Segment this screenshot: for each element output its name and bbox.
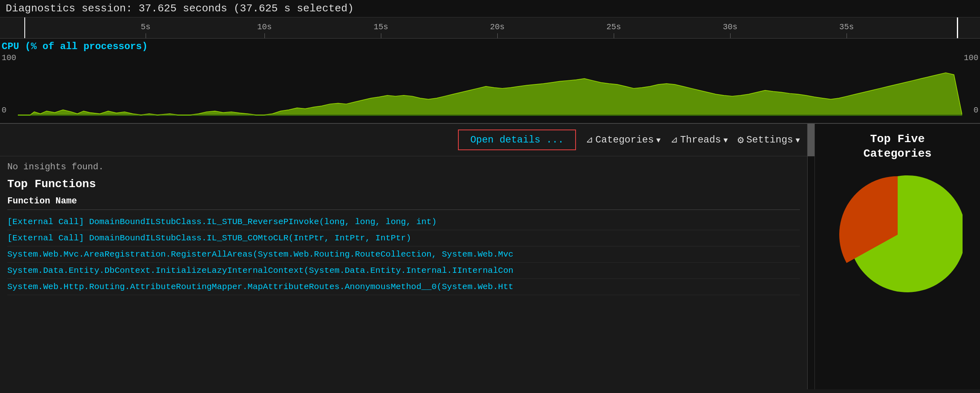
settings-chevron-icon (795, 134, 800, 145)
ruler-tick-25s: 25s (606, 22, 621, 38)
filter-icon-categories: ⊿ (586, 134, 593, 145)
cpu-y-right-bottom: 0 (974, 106, 978, 115)
ruler-tick-35s: 35s (839, 22, 854, 38)
ruler-marks: 5s10s15s20s25s30s35s (24, 17, 956, 38)
scrollbar[interactable] (807, 124, 815, 389)
function-row[interactable]: System.Web.Mvc.AreaRegistration.Register… (7, 246, 800, 263)
categories-chevron-icon (656, 134, 661, 145)
session-title: Diagnostics session: 37.625 seconds (37.… (6, 2, 354, 15)
cpu-baseline (18, 115, 962, 116)
settings-label: Settings (746, 134, 793, 145)
insights-area: No insights found. Top Functions Functio… (0, 156, 807, 389)
cpu-y-left: 100 (2, 53, 16, 63)
ruler-tick-line (730, 33, 731, 38)
categories-filter-button[interactable]: ⊿ Categories (586, 134, 661, 145)
ruler-right-border (957, 17, 958, 38)
function-row[interactable]: System.Web.Http.Routing.AttributeRouting… (7, 279, 800, 295)
settings-gear-icon: ⚙ (737, 134, 744, 147)
session-header: Diagnostics session: 37.625 seconds (37.… (0, 0, 980, 17)
top-functions-title: Top Functions (7, 178, 800, 190)
function-col-header: Function Name (7, 196, 800, 210)
pie-chart (833, 170, 963, 300)
ruler-tick-30s: 30s (723, 22, 737, 38)
ruler-tick-line (614, 33, 614, 38)
timeline-ruler: 5s10s15s20s25s30s35s (0, 17, 980, 39)
ruler-tick-15s: 15s (374, 22, 388, 38)
ruler-tick-20s: 20s (490, 22, 505, 38)
no-insights-text: No insights found. (7, 162, 800, 172)
ruler-tick-line (847, 33, 847, 38)
function-row[interactable]: System.Data.Entity.DbContext.InitializeL… (7, 263, 800, 279)
threads-filter-button[interactable]: ⊿ Threads (671, 134, 728, 145)
toolbar-row: Open details ... ⊿ Categories ⊿ Threads … (0, 124, 807, 156)
cpu-chart (18, 53, 962, 116)
function-row[interactable]: [External Call] DomainBoundILStubClass.I… (7, 230, 800, 246)
bottom-panel: Open details ... ⊿ Categories ⊿ Threads … (0, 124, 980, 389)
settings-button[interactable]: ⚙ Settings (737, 134, 800, 147)
ruler-tick-line (146, 33, 146, 38)
ruler-tick-line (497, 33, 498, 38)
threads-label: Threads (680, 134, 721, 145)
cpu-label: CPU (% of all processors) (2, 41, 148, 52)
open-details-button[interactable]: Open details ... (458, 130, 576, 150)
ruler-tick-line (264, 33, 265, 38)
function-row[interactable]: [External Call] DomainBoundILStubClass.I… (7, 214, 800, 230)
ruler-tick-line (381, 33, 381, 38)
scrollbar-thumb[interactable] (808, 124, 815, 156)
cpu-y-right: 100 (964, 53, 978, 63)
filter-icon-threads: ⊿ (671, 134, 678, 145)
threads-chevron-icon (724, 134, 728, 145)
ruler-tick-5s: 5s (141, 22, 150, 38)
right-sidebar: Top FiveCategories (815, 124, 980, 389)
cpu-section: CPU (% of all processors) 100 0 100 0 (0, 39, 980, 124)
cpu-y-left-bottom: 0 (2, 106, 6, 115)
sidebar-title: Top FiveCategories (863, 132, 931, 162)
categories-label: Categories (595, 134, 654, 145)
ruler-tick-10s: 10s (257, 22, 272, 38)
main-content: Open details ... ⊿ Categories ⊿ Threads … (0, 124, 807, 389)
function-list: [External Call] DomainBoundILStubClass.I… (7, 214, 800, 295)
